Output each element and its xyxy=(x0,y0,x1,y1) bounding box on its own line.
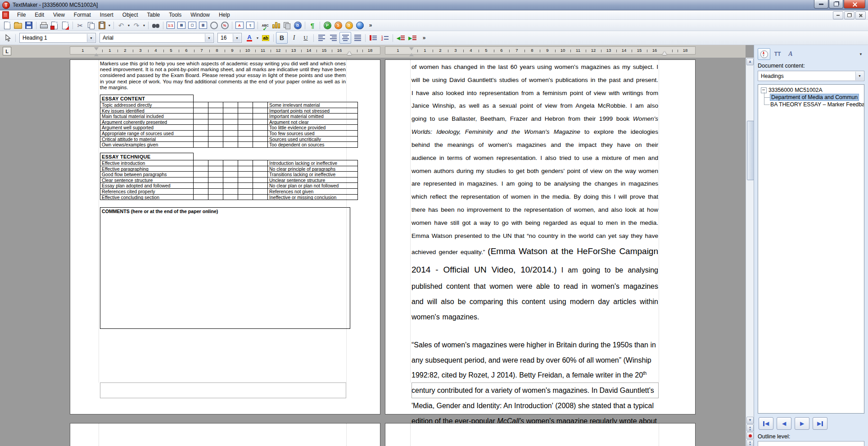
tree-item-heading-1[interactable]: Department of Media and Commun xyxy=(770,94,864,101)
font-color-button[interactable]: A xyxy=(244,32,255,43)
tab-selector[interactable]: L xyxy=(3,47,11,55)
spell-check-button[interactable]: ABC✓ xyxy=(260,21,270,30)
check-cell[interactable] xyxy=(253,160,268,166)
check-cell[interactable] xyxy=(208,182,223,189)
menu-format[interactable]: Format xyxy=(69,11,95,19)
check-cell[interactable] xyxy=(223,136,238,142)
align-justify-button[interactable] xyxy=(352,32,363,43)
decrease-indent-button[interactable]: ◀ xyxy=(395,32,406,43)
check-cell[interactable] xyxy=(193,182,208,189)
menu-view[interactable]: View xyxy=(49,11,69,19)
scroll-down-button[interactable]: ▼ xyxy=(746,417,754,424)
save-document-button[interactable] xyxy=(24,21,34,30)
copy-button[interactable] xyxy=(86,21,96,30)
footer-frame-right[interactable] xyxy=(411,382,659,398)
check-cell[interactable] xyxy=(208,160,223,166)
menu-tools[interactable]: Tools xyxy=(164,11,186,19)
copies-button[interactable] xyxy=(282,21,292,30)
character-dialog-button[interactable]: A xyxy=(235,21,244,30)
check-cell[interactable] xyxy=(193,102,208,108)
check-cell[interactable] xyxy=(223,119,238,125)
two-page-view-button[interactable]: ▥ xyxy=(198,21,208,30)
mdi-restore-button[interactable] xyxy=(844,11,854,19)
export-pdf-button[interactable] xyxy=(60,21,70,30)
check-cell[interactable] xyxy=(253,141,268,148)
indent-marker[interactable] xyxy=(94,47,99,53)
previous-page-button[interactable]: ▴▴ xyxy=(746,424,754,432)
mail-client-button[interactable] xyxy=(355,21,365,30)
page-next-right[interactable] xyxy=(385,423,696,446)
check-cell[interactable] xyxy=(223,130,238,137)
check-cell[interactable] xyxy=(193,188,208,195)
vertical-scrollbar[interactable]: ▲ ▼ ▴▴ ▾▾ xyxy=(746,58,754,446)
font-size-combo[interactable]: 16▼ xyxy=(217,33,242,43)
check-cell[interactable] xyxy=(223,141,238,148)
check-cell[interactable] xyxy=(223,124,238,131)
menu-file[interactable]: File xyxy=(13,11,30,19)
paragraph-dialog-button[interactable]: ¶ xyxy=(245,21,255,30)
check-cell[interactable] xyxy=(223,188,238,195)
tree-item-heading-2[interactable]: BA THEORY ESSAY – Marker Feedba xyxy=(770,101,864,108)
check-cell[interactable] xyxy=(193,113,208,119)
print-preview-button[interactable] xyxy=(50,21,59,30)
check-cell[interactable] xyxy=(223,194,238,200)
next-page-button[interactable]: ▾▾ xyxy=(746,440,754,446)
check-cell[interactable] xyxy=(253,113,268,119)
check-cell[interactable] xyxy=(193,194,208,200)
undo-button[interactable]: ↶ xyxy=(116,21,126,30)
chevron-down-icon[interactable]: ▼ xyxy=(233,34,241,42)
check-cell[interactable] xyxy=(193,124,208,131)
check-cell[interactable] xyxy=(238,194,253,200)
check-cell[interactable] xyxy=(238,124,253,131)
right-indent-marker[interactable] xyxy=(347,49,352,55)
check-cell[interactable] xyxy=(238,160,253,166)
check-cell[interactable] xyxy=(253,124,268,131)
chevron-down-icon[interactable]: ▼ xyxy=(87,34,95,42)
fields-icon[interactable]: TT xyxy=(772,49,783,59)
browse-object-button[interactable] xyxy=(746,432,754,439)
check-cell[interactable] xyxy=(208,141,223,148)
check-cell[interactable] xyxy=(193,141,208,148)
check-cell[interactable] xyxy=(253,171,268,177)
check-cell[interactable] xyxy=(253,108,268,114)
check-cell[interactable] xyxy=(208,177,223,183)
last-heading-button[interactable]: ▶ xyxy=(813,417,827,430)
redo-button[interactable]: ↷ xyxy=(131,21,141,30)
presentations-button[interactable]: S xyxy=(333,21,343,30)
underline-button[interactable]: U xyxy=(300,32,311,43)
navigation-compass-icon[interactable] xyxy=(758,48,770,60)
font-name-combo[interactable]: Arial▼ xyxy=(99,33,214,43)
basicmaker-scripts-button[interactable]: B xyxy=(344,21,354,30)
check-cell[interactable] xyxy=(253,194,268,200)
check-cell[interactable] xyxy=(238,108,253,114)
object-mode-button[interactable] xyxy=(2,32,13,43)
align-center-button[interactable] xyxy=(339,32,351,44)
check-cell[interactable] xyxy=(238,102,253,108)
insert-chart-button[interactable] xyxy=(271,21,281,30)
check-cell[interactable] xyxy=(193,136,208,142)
redo-dropdown-icon[interactable]: ▼ xyxy=(142,24,146,27)
content-view-select[interactable]: Headings ▼ xyxy=(758,71,864,81)
essay-technique-table[interactable]: ESSAY TECHNIQUEEffective introductionInt… xyxy=(100,153,358,200)
scrollbar-thumb[interactable] xyxy=(747,121,754,180)
check-cell[interactable] xyxy=(238,188,253,195)
zoom-original-button[interactable]: 1:1 xyxy=(166,21,176,30)
check-cell[interactable] xyxy=(238,171,253,177)
check-cell[interactable] xyxy=(223,182,238,189)
check-cell[interactable] xyxy=(253,166,268,172)
italic-button[interactable]: I xyxy=(289,32,299,43)
footer-frame-left[interactable] xyxy=(100,382,346,398)
check-cell[interactable] xyxy=(223,171,238,177)
check-cell[interactable] xyxy=(223,177,238,183)
check-cell[interactable] xyxy=(208,119,223,125)
essay-content-table[interactable]: ESSAY CONTENTTopic addressed directlySom… xyxy=(100,95,358,148)
check-cell[interactable] xyxy=(208,130,223,137)
numbered-list-button[interactable]: 12 xyxy=(380,32,390,43)
find-button[interactable] xyxy=(151,21,161,30)
tree-item-root[interactable]: 33356000 MC51002A xyxy=(761,86,864,94)
page-left[interactable]: Markers use this grid to help you see wh… xyxy=(70,59,380,414)
menu-edit[interactable]: Edit xyxy=(30,11,49,19)
chevron-down-icon[interactable]: ▼ xyxy=(855,72,863,80)
new-document-button[interactable] xyxy=(2,21,12,30)
mdi-close-button[interactable] xyxy=(855,11,866,19)
